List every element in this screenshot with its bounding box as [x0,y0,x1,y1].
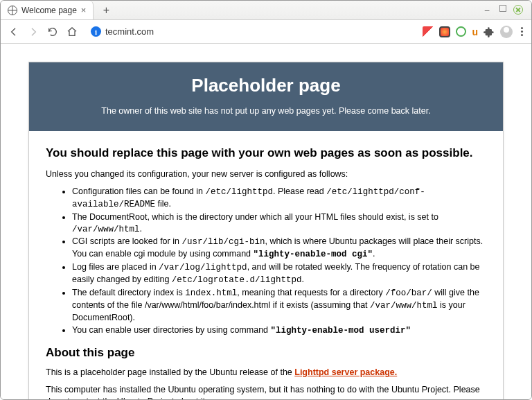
toolbar: i tecmint.com u [1,20,531,44]
home-button[interactable] [64,24,80,40]
new-tab-button[interactable]: + [98,2,114,19]
browser-menu-button[interactable] [518,27,526,36]
window-maximize-button[interactable] [499,5,506,12]
browser-tab[interactable]: Welcome page × [1,1,94,19]
profile-avatar-icon[interactable] [500,26,513,38]
url-text: tecmint.com [105,26,154,37]
window-close-button[interactable] [513,5,523,15]
config-list: Configuration files can be found in /etc… [72,186,486,337]
site-info-icon[interactable]: i [91,26,101,37]
window-controls [481,5,531,16]
grammarly-icon[interactable] [456,26,466,37]
reload-button[interactable] [45,24,60,40]
page-viewport[interactable]: Placeholder page The owner of this web s… [1,44,531,399]
back-button[interactable] [6,24,21,40]
heading-about: About this page [46,346,486,360]
about-paragraph: This computer has installed the Ubuntu o… [46,384,486,399]
forward-button[interactable] [26,24,41,40]
address-bar[interactable]: i tecmint.com [84,24,418,40]
extension-icon[interactable] [439,26,450,37]
list-item: Configuration files can be found in /etc… [72,186,486,211]
page-body: You should replace this page with your o… [29,131,503,399]
list-item: CGI scripts are looked for in /usr/lib/c… [72,236,486,261]
lighttpd-package-link[interactable]: Lighttpd server package. [294,367,397,377]
flipboard-icon[interactable] [423,26,434,37]
intro-text: Unless you changed its configuration, yo… [46,168,486,180]
globe-icon [8,6,17,15]
window-minimize-button[interactable] [481,5,493,16]
tab-title: Welcome page [21,6,77,15]
close-tab-icon[interactable]: × [81,5,87,15]
banner-title: Placeholder page [43,75,489,96]
extensions-menu-icon[interactable] [484,26,495,37]
list-item: The default directory index is index.htm… [72,287,486,324]
list-item: The DocumentRoot, which is the directory… [72,211,486,236]
banner-subtitle: The owner of this web site has not put u… [43,106,489,116]
heading-replace: You should replace this page with your o… [46,146,486,160]
page-banner: Placeholder page The owner of this web s… [29,62,503,131]
page-card: Placeholder page The owner of this web s… [28,62,504,399]
extension-icons: u [423,26,526,38]
list-item: Log files are placed in /var/log/lighttp… [72,261,486,286]
list-item: You can enable user directories by using… [72,324,486,337]
titlebar: Welcome page × + [1,1,531,20]
ubuntu-icon[interactable]: u [472,26,478,37]
about-paragraph: This is a placeholder page installed by … [46,367,486,379]
